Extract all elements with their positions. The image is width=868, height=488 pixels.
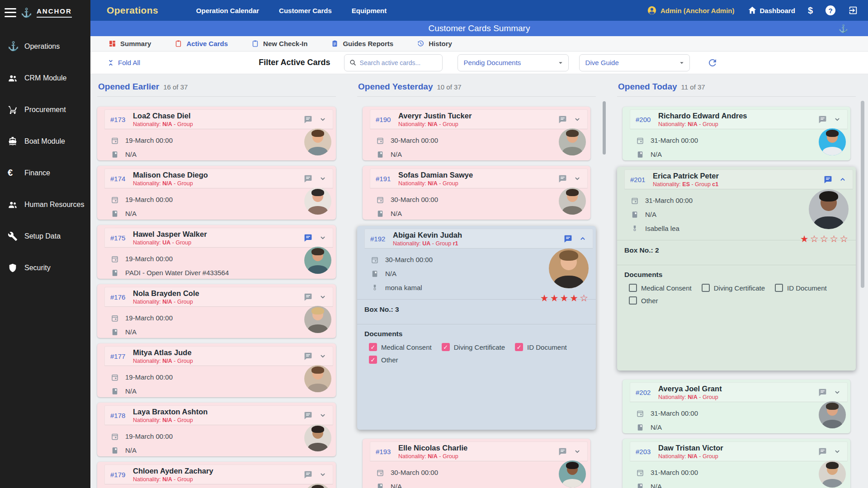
topnav-customer-cards[interactable]: Customer Cards — [279, 7, 332, 14]
chat-icon[interactable] — [818, 115, 827, 124]
checkbox-unchecked-icon[interactable] — [629, 284, 637, 292]
chat-icon[interactable] — [303, 411, 313, 420]
card-header: #176Nola Brayden ColeNationality: N/A - … — [104, 287, 333, 307]
document-checkbox-other[interactable]: ✓Other — [369, 356, 398, 364]
checkbox-unchecked-icon[interactable] — [775, 284, 783, 292]
column-cards: #200Richardo Edward AndresNationality: N… — [617, 107, 856, 488]
customer-card[interactable]: #200Richardo Edward AndresNationality: N… — [623, 107, 850, 160]
sidebar-item-setup-data[interactable]: Setup Data — [0, 227, 90, 245]
customer-card[interactable]: #201Erica Patrick PeterNationality: ES -… — [617, 167, 856, 371]
chat-icon[interactable] — [303, 174, 313, 183]
document-checkbox-id-document[interactable]: ✓ID Document — [515, 343, 567, 351]
document-checkbox-medical-consent[interactable]: ✓Medical Consent — [369, 343, 432, 351]
topnav-equipment[interactable]: Equipment — [352, 7, 387, 14]
chat-icon[interactable] — [303, 352, 313, 361]
help-icon[interactable]: ? — [826, 5, 835, 15]
chevron-down-icon[interactable] — [319, 411, 327, 419]
customer-card[interactable]: #178Laya Braxton AshtonNationality: N/A … — [97, 403, 336, 456]
checkbox-checked-icon[interactable]: ✓ — [369, 356, 377, 364]
sidebar-item-human-resources[interactable]: Human Resources — [0, 196, 90, 214]
topnav-operation-calendar[interactable]: Operation Calendar — [196, 7, 259, 14]
chat-icon[interactable] — [303, 233, 313, 243]
chevron-down-icon[interactable] — [573, 115, 581, 123]
rating-stars[interactable]: ★☆☆☆☆ — [800, 234, 849, 244]
customer-card[interactable]: #190Averyr Justin TuckerNationality: N/A… — [363, 107, 590, 160]
tab-summary[interactable]: Summary — [108, 40, 151, 47]
chat-icon[interactable] — [823, 175, 833, 184]
chevron-down-icon[interactable] — [833, 447, 841, 455]
chevron-down-icon[interactable] — [319, 293, 327, 301]
customer-card[interactable]: #193Elle Nicolas CharlieNationality: N/A… — [363, 439, 590, 488]
chevron-down-icon[interactable] — [833, 115, 841, 123]
sidebar-item-operations[interactable]: ⚓Operations — [0, 38, 90, 56]
checkbox-unchecked-icon[interactable] — [629, 296, 637, 305]
chevron-down-icon[interactable] — [319, 470, 327, 479]
chevron-down-icon[interactable] — [319, 234, 327, 242]
document-checkbox-other[interactable]: Other — [629, 296, 658, 305]
column-scrollbar[interactable] — [603, 101, 606, 155]
customer-card[interactable]: #176Nola Brayden ColeNationality: N/A - … — [97, 284, 336, 338]
document-label: Medical Consent — [381, 343, 432, 351]
card-info-row: N/A — [636, 420, 769, 433]
open-date: 30-March 00:00 — [385, 256, 433, 263]
chevron-up-icon[interactable] — [839, 175, 847, 183]
rating-stars[interactable]: ★★★★☆ — [540, 293, 590, 304]
chevron-down-icon[interactable] — [573, 447, 581, 455]
tab-new-check-in[interactable]: New Check-In — [251, 40, 307, 47]
tab-guides-reports[interactable]: Guides Reports — [331, 40, 393, 47]
chevron-down-icon[interactable] — [833, 388, 841, 396]
chevron-down-icon[interactable] — [319, 352, 327, 360]
document-checkbox-medical-consent[interactable]: Medical Consent — [629, 284, 692, 292]
customer-card[interactable]: #191Sofas Damian SawyeNationality: N/A -… — [363, 166, 590, 220]
billing-icon[interactable]: $ — [808, 5, 813, 16]
customer-card[interactable]: #173Loa2 Chase DielNationality: N/A - Gr… — [97, 107, 336, 160]
chat-icon[interactable] — [558, 174, 567, 183]
checkbox-checked-icon[interactable]: ✓ — [515, 343, 523, 351]
chat-icon[interactable] — [303, 292, 313, 302]
document-checkbox-diving-certificate[interactable]: Diving Certificate — [702, 284, 765, 292]
column-header: Opened Earlier16 of 37 — [97, 80, 336, 97]
customer-card[interactable]: #177Mitya Atlas JudeNationality: N/A - G… — [97, 343, 336, 397]
card-number: #200 — [630, 116, 658, 123]
dive-guide-dropdown[interactable]: Dive Guide — [579, 54, 690, 71]
sidebar-item-security[interactable]: Security — [0, 259, 90, 277]
logout-icon[interactable] — [848, 5, 858, 15]
chevron-down-icon[interactable] — [319, 174, 327, 183]
chat-icon[interactable] — [818, 447, 827, 456]
sidebar-item-boat-module[interactable]: Boat Module — [0, 132, 90, 150]
chevron-down-icon[interactable] — [319, 115, 327, 123]
tab-active-cards[interactable]: Active Cards — [175, 40, 228, 47]
document-checkbox-diving-certificate[interactable]: ✓Diving Certificate — [442, 343, 505, 351]
pending-documents-dropdown[interactable]: Pendig Documents — [458, 54, 569, 71]
customer-card[interactable]: #202Averya Joel GrantNationality: N/A - … — [623, 380, 850, 433]
fold-all-button[interactable]: Fold All — [107, 59, 140, 66]
checkbox-unchecked-icon[interactable] — [702, 284, 710, 292]
chat-icon[interactable] — [818, 388, 827, 397]
dashboard-link[interactable]: Dashboard — [747, 5, 795, 15]
hamburger-menu-icon[interactable] — [5, 8, 16, 17]
customer-card[interactable]: #192Abigai Kevin JudahNationality: UA - … — [357, 226, 596, 430]
customer-card[interactable]: #174Malison Chase DiegoNationality: N/A … — [97, 166, 336, 220]
customer-card[interactable]: #175Hawel Jasper WalkerNationality: UA -… — [97, 225, 336, 279]
card-actions — [303, 174, 333, 183]
chevron-down-icon[interactable] — [573, 174, 581, 183]
customer-card[interactable]: #203Daw Tristan VictorNationality: N/A -… — [623, 439, 850, 488]
search-input[interactable] — [360, 59, 438, 66]
checkbox-checked-icon[interactable]: ✓ — [442, 343, 450, 351]
sidebar-item-finance[interactable]: €Finance — [0, 164, 90, 182]
page-scrollbar[interactable] — [861, 101, 864, 288]
refresh-icon[interactable] — [707, 57, 718, 68]
admin-user-menu[interactable]: Admin (Anchor Admin) — [647, 5, 735, 15]
chat-icon[interactable] — [303, 115, 313, 124]
sidebar-item-crm-module[interactable]: CRM Module — [0, 69, 90, 87]
chat-icon[interactable] — [558, 447, 567, 456]
chevron-up-icon[interactable] — [579, 235, 587, 243]
customer-card[interactable]: #179Chloen Ayden ZacharyNationality: N/A… — [97, 462, 336, 488]
checkbox-checked-icon[interactable]: ✓ — [369, 343, 377, 351]
chat-icon[interactable] — [558, 115, 567, 124]
sidebar-item-procurement[interactable]: Procurement — [0, 101, 90, 119]
chat-icon[interactable] — [563, 234, 573, 244]
chat-icon[interactable] — [303, 470, 313, 479]
tab-history[interactable]: History — [417, 40, 452, 47]
document-checkbox-id-document[interactable]: ID Document — [775, 284, 827, 292]
